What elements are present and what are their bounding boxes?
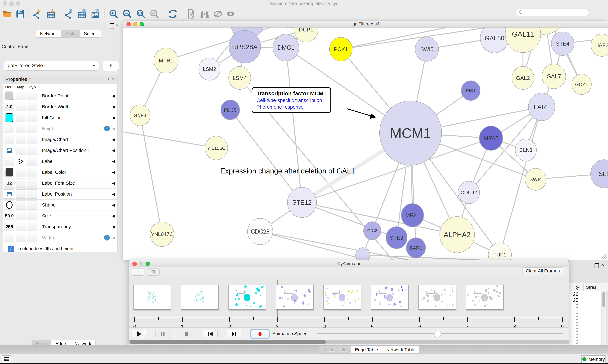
annotation-box[interactable]: Transcription factor MCM1 Cell-type-spec… [252, 87, 331, 113]
export-table-icon[interactable] [77, 9, 87, 19]
expand-property-icon[interactable]: ◀ [112, 148, 115, 153]
column-header-centrality[interactable]: ity [569, 285, 579, 290]
style-options-button[interactable]: ▼ [103, 61, 119, 71]
property-map-cell[interactable] [16, 179, 26, 188]
save-session-icon[interactable] [15, 9, 25, 19]
property-row-label-font-size[interactable]: 12Label Font Size◀ [3, 178, 117, 189]
show-panels-button[interactable] [1, 355, 11, 363]
collapse-all-icon[interactable]: « [111, 78, 116, 81]
property-def-cell[interactable]: 12 [4, 179, 14, 188]
show-details-icon[interactable] [225, 9, 235, 19]
network-node-CDC42[interactable]: CDC42 [458, 181, 480, 204]
export-network-icon[interactable] [64, 9, 74, 19]
property-row-fill-color[interactable]: Fill Color◀ [3, 112, 117, 123]
property-def-cell[interactable]: 50.0 [4, 211, 14, 221]
network-node-MFA2[interactable]: MFA2 [479, 126, 503, 150]
zoom-selected-icon[interactable] [150, 9, 160, 19]
property-row-label[interactable]: Label◀ [3, 156, 117, 167]
import-network-icon[interactable] [32, 9, 42, 19]
delete-frame-button[interactable] [147, 268, 160, 276]
zoom-fit-icon[interactable] [136, 9, 146, 19]
cyanimator-titlebar[interactable]: CyAnimator [129, 260, 568, 267]
cyanimator-scrollbar[interactable] [129, 340, 568, 344]
property-row-shape[interactable]: Shape◀ [3, 200, 117, 210]
table-scrollbar[interactable] [602, 291, 606, 345]
network-node-MTH1[interactable]: MTH1 [154, 48, 178, 73]
expand-property-icon[interactable]: ◀ [112, 224, 115, 229]
expand-property-icon[interactable]: ◀ [112, 104, 115, 109]
expand-property-icon[interactable]: ◀ [112, 93, 115, 98]
property-byp-cell[interactable] [27, 200, 37, 209]
network-node-ALPHA2[interactable]: ALPHA2 [440, 217, 474, 253]
network-node-SWI4[interactable]: SWI4 [525, 168, 546, 190]
property-def-cell[interactable] [4, 91, 14, 100]
network-node-MFA1[interactable]: MFA1 [401, 204, 424, 227]
table-tab-edge-table[interactable]: Edge Table [351, 346, 382, 353]
info-icon[interactable]: i [104, 126, 110, 131]
timeline-frame-6s[interactable] [418, 285, 456, 310]
property-row-image-chart-position-1[interactable]: Image/Chart Position 1◀ [3, 145, 117, 156]
property-map-cell[interactable] [16, 222, 26, 231]
network-node-SNF3[interactable]: SNF3 [130, 105, 150, 126]
table-cell-value[interactable]: 2 [569, 321, 601, 327]
network-node-DMC1[interactable]: DMC1 [273, 34, 299, 61]
property-def-cell[interactable] [4, 200, 14, 209]
resize-grip-icon[interactable] [602, 254, 607, 259]
network-node-SWI5[interactable]: SWI5 [415, 37, 439, 61]
expand-property-icon[interactable]: ◀ [112, 213, 115, 218]
property-row-image-chart-1[interactable]: Image/Chart 1◀ [3, 134, 117, 145]
table-cell-value[interactable]: 26 [569, 291, 601, 297]
pause-button[interactable] [155, 330, 170, 338]
property-def-cell[interactable] [4, 157, 14, 166]
table-cell-value[interactable]: 2 [569, 315, 601, 321]
property-byp-cell[interactable] [27, 189, 37, 199]
table-cell-value[interactable]: 2 [569, 327, 601, 333]
network-node-STE2[interactable]: STE2 [386, 227, 407, 248]
hide-details-icon[interactable] [213, 9, 223, 19]
properties-menu-icon[interactable]: ▾ [29, 77, 31, 81]
close-window-icon[interactable] [3, 1, 7, 6]
timeline-frame-2s[interactable] [228, 285, 266, 310]
property-byp-cell[interactable] [27, 113, 37, 122]
expand-property-icon[interactable]: ◀ [112, 170, 115, 175]
open-session-icon[interactable] [2, 9, 12, 19]
network-node-YNL047C[interactable]: YNL047C [150, 222, 174, 247]
expand-property-icon[interactable]: ◀ [112, 192, 115, 196]
network-node-GAL7[interactable]: GAL7 [542, 64, 566, 89]
expand-property-icon[interactable]: ◀ [112, 181, 115, 186]
network-node-TUP1[interactable]: TUP1 [488, 243, 511, 260]
network-node-PCK1[interactable]: PCK1 [330, 37, 352, 61]
network-node-GCY1[interactable]: GCY1 [572, 74, 591, 95]
add-frame-button[interactable]: + [132, 268, 144, 276]
network-node-LSM4[interactable]: LSM4 [229, 66, 251, 90]
network-node-DCP1[interactable]: DCP1 [294, 27, 318, 42]
clear-all-frames-button[interactable]: Clear All Frames [522, 267, 563, 274]
annotation-link[interactable]: Pheromone response [257, 104, 326, 110]
property-map-cell[interactable] [16, 157, 26, 166]
network-from-selection-icon[interactable] [186, 9, 196, 19]
network-node-PDC5[interactable]: PDC5 [221, 100, 240, 120]
column-divider[interactable] [583, 284, 584, 291]
minimize-window-icon[interactable] [9, 1, 14, 6]
property-byp-cell[interactable] [27, 168, 37, 177]
memory-button[interactable]: Memory [581, 355, 606, 363]
network-node-BAR1[interactable]: BAR1 [406, 238, 426, 258]
expand-all-icon[interactable]: » [105, 78, 111, 81]
timeline-frame-0s[interactable] [134, 285, 171, 310]
timeline-frame-7s[interactable] [466, 285, 503, 310]
network-node-STE12[interactable]: STE12 [287, 187, 317, 217]
property-row-size[interactable]: 50.0Size◀ [3, 210, 117, 221]
network-node-GAL11[interactable]: GAL11 [505, 27, 541, 52]
property-map-cell[interactable] [16, 146, 26, 155]
skip-end-button[interactable] [227, 330, 241, 338]
skip-start-button[interactable] [203, 330, 218, 338]
play-button[interactable] [132, 330, 146, 338]
property-map-cell[interactable] [16, 91, 26, 100]
property-row-label-color[interactable]: Label Color◀ [3, 167, 117, 178]
property-def-cell[interactable]: 255 [4, 222, 14, 231]
zoom-window-icon[interactable] [16, 1, 20, 6]
lock-checkbox[interactable]: ✓ [8, 246, 14, 252]
table-tab-network-table[interactable]: Network Table [382, 346, 419, 353]
float-panel-icon[interactable] [594, 263, 599, 268]
property-map-cell[interactable] [16, 135, 26, 144]
